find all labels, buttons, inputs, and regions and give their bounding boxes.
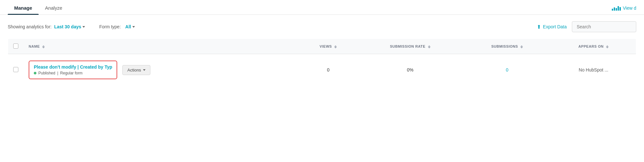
form-type-dropdown[interactable]: All xyxy=(125,24,135,29)
form-title[interactable]: Please don't modify | Created by Typ xyxy=(34,64,112,70)
form-meta: Published | Regular form xyxy=(34,71,112,75)
sort-icon-views xyxy=(334,45,337,48)
table-body: Please don't modify | Created by Typ Pub… xyxy=(8,54,636,86)
form-type-chevron-icon xyxy=(132,26,135,28)
sort-icon-submission-rate xyxy=(428,45,431,48)
views-value: 0 xyxy=(327,67,330,72)
form-type-label: Form type: xyxy=(99,24,121,29)
filter-separator xyxy=(91,24,93,29)
tab-analyze[interactable]: Analyze xyxy=(39,0,69,14)
bar-chart-icon xyxy=(612,5,621,11)
export-data-button[interactable]: ⬆ Export Data xyxy=(537,24,567,30)
export-cloud-icon: ⬆ xyxy=(537,24,541,30)
status-dot-icon xyxy=(34,72,36,74)
row-submissions-cell: 0 xyxy=(463,54,551,86)
table-row: Please don't modify | Created by Typ Pub… xyxy=(8,54,636,86)
header-checkbox[interactable] xyxy=(13,43,18,49)
table-header: NAME VIEWS SUBMISSION RATE xyxy=(8,39,636,54)
sort-icon-name xyxy=(42,45,45,48)
form-name-info: Please don't modify | Created by Typ Pub… xyxy=(29,61,117,79)
search-input[interactable] xyxy=(572,21,636,32)
column-header-appears-on[interactable]: APPEARS ON xyxy=(551,39,636,54)
form-name-cell: Please don't modify | Created by Typ Pub… xyxy=(29,61,294,79)
column-header-name[interactable]: NAME xyxy=(24,39,299,54)
row-submission-rate-cell: 0% xyxy=(357,54,463,86)
table-container: NAME VIEWS SUBMISSION RATE xyxy=(0,39,644,86)
actions-chevron-icon xyxy=(143,69,146,71)
appears-on-value: No HubSpot ... xyxy=(579,67,608,72)
row-views-cell: 0 xyxy=(299,54,357,86)
date-range-chevron-icon xyxy=(82,26,85,28)
filter-right: ⬆ Export Data xyxy=(537,21,636,32)
tabs-right: View d xyxy=(612,5,636,14)
date-range-dropdown[interactable]: Last 30 days xyxy=(54,24,85,29)
form-meta-separator: | xyxy=(57,71,58,75)
filter-left: Showing analytics for: Last 30 days Form… xyxy=(8,24,135,29)
tab-manage[interactable]: Manage xyxy=(8,0,39,14)
submissions-value: 0 xyxy=(506,67,508,72)
submission-rate-value: 0% xyxy=(407,67,413,72)
row-checkbox-cell xyxy=(8,54,24,86)
column-header-views[interactable]: VIEWS xyxy=(299,39,357,54)
form-status: Published xyxy=(38,71,55,75)
form-type: Regular form xyxy=(60,71,82,75)
sort-icon-appears-on xyxy=(606,45,609,48)
view-dashboard-link[interactable]: View d xyxy=(612,5,636,11)
showing-analytics-label: Showing analytics for: xyxy=(8,24,52,29)
tabs-bar: Manage Analyze View d xyxy=(0,0,644,15)
forms-table: NAME VIEWS SUBMISSION RATE xyxy=(8,39,636,86)
row-checkbox[interactable] xyxy=(13,67,18,72)
row-appears-on-cell: No HubSpot ... xyxy=(551,54,636,86)
column-header-submissions[interactable]: SUBMISSIONS xyxy=(463,39,551,54)
column-header-submission-rate[interactable]: SUBMISSION RATE xyxy=(357,39,463,54)
tabs-left: Manage Analyze xyxy=(8,0,69,14)
row-name-cell: Please don't modify | Created by Typ Pub… xyxy=(24,54,299,86)
filter-bar: Showing analytics for: Last 30 days Form… xyxy=(0,15,644,39)
sort-icon-submissions xyxy=(520,45,523,48)
actions-button[interactable]: Actions xyxy=(122,65,150,75)
header-checkbox-cell xyxy=(8,39,24,54)
